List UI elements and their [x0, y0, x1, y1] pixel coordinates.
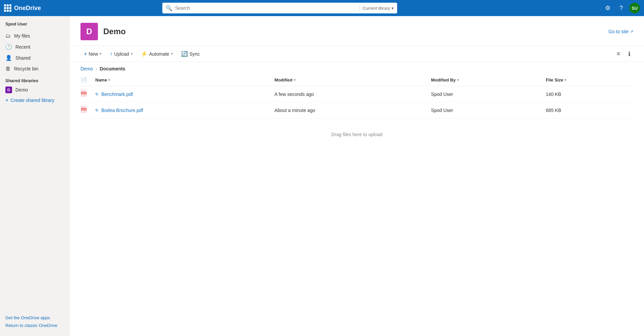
main-header-left: D Demo	[80, 23, 126, 40]
automate-chevron-icon: ▾	[171, 52, 173, 56]
col-header-modified-by[interactable]: Modified By ▾	[427, 74, 542, 86]
help-button[interactable]: ?	[616, 3, 627, 13]
col-modified-label: Modified	[274, 77, 292, 82]
file-sync-icon: ↻	[95, 92, 99, 97]
col-header-file-size[interactable]: File Size ▾	[542, 74, 633, 86]
search-scope-label: Current library	[363, 6, 390, 11]
file-size-sort[interactable]: File Size ▾	[546, 77, 566, 82]
automate-label: Automate	[149, 51, 169, 57]
file-table: 📄 Name ▾ Modified ▾	[80, 74, 633, 118]
file-size-cell: 140 KB	[542, 86, 633, 102]
classic-onedrive-link[interactable]: Return to classic OneDrive	[5, 323, 64, 328]
upload-button[interactable]: ↑ Upload ▾	[106, 49, 136, 59]
my-files-icon: 🗂	[5, 33, 11, 39]
sidebar-item-recent[interactable]: 🕐 Recent	[0, 41, 70, 52]
go-to-site-label: Go to site	[608, 29, 629, 34]
app-logo: OneDrive	[4, 4, 58, 12]
modified-sort-icon: ▾	[294, 78, 296, 82]
modified-by-sort[interactable]: Modified By ▾	[431, 77, 459, 82]
file-type-cell: PDF	[80, 102, 91, 118]
sidebar-username: Spod User	[0, 20, 70, 31]
recycle-bin-icon: 🗑	[5, 66, 11, 72]
col-file-size-label: File Size	[546, 77, 563, 82]
recent-icon: 🕐	[5, 44, 12, 50]
topbar: OneDrive 🔍 Current library ▾ ⚙ ? SU	[0, 0, 644, 16]
new-icon: +	[84, 51, 87, 57]
sidebar-label-recent: Recent	[15, 44, 30, 50]
get-apps-link[interactable]: Get the OneDrive apps	[5, 315, 64, 320]
modified-sort[interactable]: Modified ▾	[274, 77, 295, 82]
main-header: D Demo Go to site ↗	[70, 16, 644, 46]
breadcrumb-separator: ›	[96, 66, 97, 71]
table-row: PDF ↻ Benchmark.pdf A few seconds ago Sp…	[80, 86, 633, 102]
breadcrumb-current: Documents	[100, 66, 125, 71]
library-title: Demo	[103, 27, 126, 36]
waffle-icon[interactable]	[4, 4, 11, 12]
drag-drop-area: Drag files here to upload	[70, 118, 644, 151]
breadcrumb-root-link[interactable]: Demo	[80, 66, 93, 71]
svg-text:PDF: PDF	[81, 92, 87, 95]
shared-icon: 👤	[5, 55, 12, 61]
app-name: OneDrive	[14, 5, 41, 12]
sync-label: Sync	[190, 51, 200, 57]
main-layout: Spod User 🗂 My files 🕐 Recent 👤 Shared 🗑…	[0, 16, 644, 336]
external-link-icon: ↗	[630, 29, 633, 34]
sidebar-library-demo[interactable]: D Demo	[0, 85, 70, 95]
new-chevron-icon: ▾	[100, 52, 102, 56]
search-bar: 🔍 Current library ▾	[162, 3, 397, 13]
upload-icon: ↑	[110, 51, 112, 57]
col-header-icon: 📄	[80, 74, 91, 86]
demo-library-icon: D	[5, 87, 12, 93]
sidebar: Spod User 🗂 My files 🕐 Recent 👤 Shared 🗑…	[0, 16, 70, 336]
file-table-wrap: 📄 Name ▾ Modified ▾	[70, 74, 644, 118]
search-scope[interactable]: Current library ▾	[360, 6, 394, 11]
new-button[interactable]: + New ▾	[80, 49, 105, 59]
file-type-icon: 📄	[80, 77, 87, 83]
settings-button[interactable]: ⚙	[602, 3, 613, 13]
file-name-link[interactable]: Benchmark.pdf	[101, 92, 133, 97]
info-button[interactable]: ℹ	[626, 49, 633, 59]
table-row: PDF ↻ Bodea Brochure.pdf About a minute …	[80, 102, 633, 118]
go-to-site-link[interactable]: Go to site ↗	[608, 29, 633, 34]
search-input[interactable]	[175, 5, 357, 11]
sync-icon: 🔄	[181, 51, 188, 57]
scope-chevron-icon: ▾	[391, 6, 394, 11]
name-sort-icon: ▾	[108, 78, 110, 82]
svg-text:PDF: PDF	[81, 108, 87, 111]
col-name-label: Name	[95, 77, 107, 82]
new-label: New	[89, 51, 98, 57]
file-name-link[interactable]: Bodea Brochure.pdf	[101, 108, 143, 113]
topbar-actions: ⚙ ? SU	[602, 3, 640, 13]
file-size-cell: 685 KB	[542, 102, 633, 118]
sidebar-item-shared[interactable]: 👤 Shared	[0, 52, 70, 63]
create-shared-library-link[interactable]: + Create shared library	[0, 95, 70, 105]
library-avatar: D	[80, 23, 98, 40]
toolbar: + New ▾ ↑ Upload ▾ ⚡ Automate ▾ 🔄 Sync ≡…	[70, 46, 644, 62]
file-modified-by-cell: Spod User	[427, 102, 542, 118]
toolbar-right: ≡ ℹ	[614, 49, 633, 59]
sidebar-item-my-files[interactable]: 🗂 My files	[0, 31, 70, 41]
sidebar-bottom: Get the OneDrive apps Return to classic …	[0, 311, 70, 332]
user-avatar[interactable]: SU	[629, 3, 640, 13]
upload-label: Upload	[114, 51, 129, 57]
file-size-sort-icon: ▾	[565, 78, 566, 82]
file-modified-cell: A few seconds ago	[270, 86, 427, 102]
sidebar-item-recycle-bin[interactable]: 🗑 Recycle bin	[0, 63, 70, 74]
view-toggle-button[interactable]: ≡	[614, 49, 623, 59]
sync-button[interactable]: 🔄 Sync	[178, 49, 203, 59]
name-sort[interactable]: Name ▾	[95, 77, 110, 82]
demo-library-label: Demo	[15, 87, 28, 93]
automate-icon: ⚡	[141, 51, 148, 57]
automate-button[interactable]: ⚡ Automate ▾	[138, 49, 176, 59]
pdf-icon: PDF	[80, 92, 87, 98]
col-header-modified[interactable]: Modified ▾	[270, 74, 427, 86]
col-modified-by-label: Modified By	[431, 77, 456, 82]
col-header-name[interactable]: Name ▾	[91, 74, 270, 86]
file-name-cell: ↻ Bodea Brochure.pdf	[91, 102, 270, 118]
upload-chevron-icon: ▾	[131, 52, 133, 56]
main-content: D Demo Go to site ↗ + New ▾ ↑ Upload ▾ ⚡	[70, 16, 644, 336]
sidebar-label-recycle-bin: Recycle bin	[14, 66, 38, 71]
modified-by-sort-icon: ▾	[457, 78, 459, 82]
file-type-cell: PDF	[80, 86, 91, 102]
file-modified-cell: About a minute ago	[270, 102, 427, 118]
